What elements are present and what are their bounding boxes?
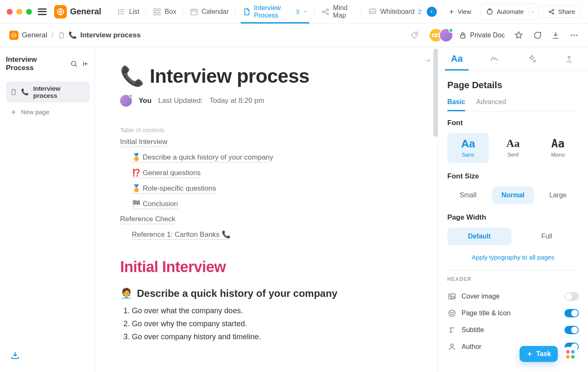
new-task-button[interactable]: Task [520,346,558,362]
comment-icon[interactable] [533,31,542,40]
svg-point-45 [451,344,454,347]
close-window-dot[interactable] [7,9,13,15]
breadcrumb-separator: / [51,31,53,39]
size-large[interactable]: Large [537,186,579,204]
ordered-list[interactable]: Go over what the company does. Go over w… [120,304,412,343]
plus-icon [449,9,454,15]
sidebar-new-page[interactable]: New page [6,105,89,119]
expand-arrow-icon[interactable] [423,56,432,65]
tab-mindmap[interactable]: Mind Map [315,0,362,23]
subtitle-switch[interactable] [564,326,579,334]
top-toolbar: General List Box Calendar Interview Proc… [0,0,588,24]
avatar-user[interactable] [439,28,453,42]
star-icon[interactable] [514,31,523,40]
sidebar-item-interview-process[interactable]: 📞 Interview process [6,81,89,102]
tab-box[interactable]: Box [146,0,183,23]
heading-2-text: Describe a quick history of your company [137,288,337,299]
heading-1[interactable]: Initial Interview [120,258,412,276]
toc-link[interactable]: ⁉️ General questions [132,168,201,178]
panel-tab-ai[interactable] [513,47,551,70]
apply-typography-all[interactable]: Apply typography to all pages [447,254,579,261]
doc-sidebar: Interview Process 📞 Interview process Ne… [0,47,95,372]
more-views-icon[interactable] [427,7,437,17]
toc-link[interactable]: Reference 1: Carlton Banks 📞 [132,230,231,240]
plus-icon [526,351,533,357]
minimize-window-dot[interactable] [16,9,22,15]
breadcrumb-workspace-icon[interactable] [9,31,18,40]
updated-label: Last Updated: [158,97,203,105]
page-details-panel: Aa Page Details Basic Advanced Font Aa S… [438,47,588,372]
tab-mindmap-label: Mind Map [333,4,355,19]
font-name: Mono [540,152,576,158]
download-icon[interactable] [551,31,560,40]
automate-caret-icon[interactable] [529,6,536,17]
automate-button[interactable]: Automate [480,3,538,20]
list-item[interactable]: Go over what the company does. [132,304,412,317]
subtab-advanced[interactable]: Advanced [476,98,506,111]
chevron-down-icon [303,9,308,14]
page-title[interactable]: 📞 Interview process [120,65,412,87]
share-button[interactable]: Share [543,5,580,18]
maximize-window-dot[interactable] [26,9,32,15]
toggle-subtitle: Subtitle [447,322,579,338]
cover-image-switch[interactable] [564,292,579,301]
search-icon[interactable] [70,60,78,68]
font-option-sans[interactable]: Aa Sans [447,133,489,163]
width-default[interactable]: Default [447,228,512,245]
svg-rect-7 [154,8,157,11]
panel-tab-export[interactable] [551,47,588,70]
smile-icon [447,309,457,317]
tab-doc[interactable]: Interview Process 3 [236,0,315,23]
doc-icon [242,8,251,16]
width-full[interactable]: Full [515,228,579,245]
toc-link[interactable]: Reference Check [120,215,175,224]
apps-button[interactable] [563,347,578,362]
panel-tab-typography[interactable]: Aa [438,47,475,70]
workspace-name[interactable]: General [70,7,101,16]
list-item[interactable]: Go over company history and timeline. [132,330,412,343]
menu-icon[interactable] [38,8,47,15]
share-icon [548,8,555,15]
breadcrumb-doc[interactable]: 📞 Interview process [58,31,141,39]
size-normal[interactable]: Normal [492,186,534,204]
tab-list[interactable]: List [110,0,146,23]
workspace-icon[interactable] [54,5,67,18]
more-icon[interactable] [570,31,579,40]
title-icon-switch[interactable] [564,309,579,317]
scrollbar[interactable] [433,49,438,137]
size-small[interactable]: Small [447,186,489,204]
toc-link[interactable]: 🏅 Describe a quick history of your compa… [132,153,273,162]
svg-point-30 [437,34,439,36]
sidebar-item-emoji: 📞 [21,88,29,96]
tab-calendar[interactable]: Calendar [183,0,236,23]
font-option-mono[interactable]: Aa Mono [537,133,579,163]
subtab-basic[interactable]: Basic [447,98,465,111]
list-item[interactable]: Go over why the company started. [132,317,412,330]
tab-list-label: List [129,8,139,16]
add-view-button[interactable]: View [444,5,476,18]
privacy-indicator[interactable]: Private Doc [459,31,505,39]
plus-icon [10,109,17,115]
toc-link[interactable]: Initial Interview [120,138,167,147]
toggle-label: Subtitle [462,326,484,334]
author-avatar[interactable] [120,95,132,107]
tag-icon[interactable] [408,29,421,42]
collapse-sidebar-icon[interactable] [82,60,89,68]
font-sample: Aa [540,138,576,149]
font-sample: Aa [450,138,486,149]
panel-tab-activity[interactable] [475,47,513,70]
table-of-contents: Table of contents Initial Interview 🏅 De… [120,127,412,240]
font-name: Sans [450,152,486,158]
tab-box-label: Box [165,8,176,16]
toggle-label: Page title & Icon [462,309,511,317]
sidebar-item-label: Interview process [33,85,85,99]
tab-whiteboard[interactable]: Whiteboard 2 [362,0,443,23]
toc-link[interactable]: 🏁 Conclusion [132,199,178,209]
toc-link[interactable]: 🏅 Role-specific questions [132,184,216,194]
font-option-serif[interactable]: Aa Serif [492,133,534,163]
svg-point-42 [449,310,455,317]
privacy-label: Private Doc [470,31,505,39]
heading-2[interactable]: 🧑‍💼 Describe a quick history of your com… [120,288,412,299]
breadcrumb-root[interactable]: General [22,31,47,39]
import-icon[interactable] [10,350,20,360]
